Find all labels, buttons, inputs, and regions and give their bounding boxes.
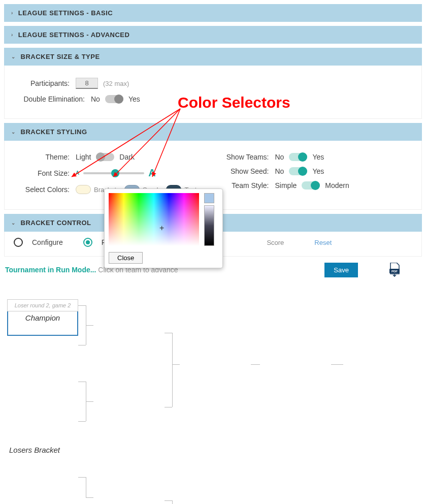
picker-close-button[interactable]: Close <box>109 252 143 264</box>
save-button[interactable]: Save <box>324 263 358 277</box>
svg-text:PDF: PDF <box>391 270 398 273</box>
participants-hint: (32 max) <box>103 80 129 87</box>
theme-dark: Dark <box>119 153 135 161</box>
font-size-slider[interactable] <box>83 172 144 174</box>
accordion-basic[interactable]: › LEAGUE SETTINGS - BASIC <box>4 4 422 22</box>
accordion-title: BRACKET SIZE & TYPE <box>21 53 100 60</box>
accordion-title: BRACKET STYLING <box>21 128 87 136</box>
toggle-yes: Yes <box>128 95 140 103</box>
show-teams-label: Show Teams: <box>213 153 269 161</box>
accordion-styling[interactable]: ⌄ BRACKET STYLING <box>4 123 422 141</box>
show-seed-toggle[interactable] <box>289 167 307 175</box>
reset-link[interactable]: Reset <box>314 239 332 246</box>
accordion-title: BRACKET CONTROL <box>21 219 91 227</box>
accordion-title: LEAGUE SETTINGS - BASIC <box>18 9 113 17</box>
score-label: Score <box>267 239 284 246</box>
team-style-toggle[interactable] <box>302 181 320 190</box>
color-picker: + Close <box>104 188 223 268</box>
losers-bracket-title: Losers Bracket <box>9 446 60 454</box>
double-elim-label: Double Elimination: <box>14 95 85 103</box>
colors-label: Select Colors: <box>14 185 70 194</box>
loser-placeholder[interactable]: Loser round 2, game 2 <box>7 299 78 311</box>
bracket-color-swatch[interactable] <box>76 185 91 194</box>
toggle-yes: Yes <box>312 153 324 161</box>
participants-label: Participants: <box>14 79 70 87</box>
toggle-no: No <box>275 153 284 161</box>
pdf-icon[interactable]: PDF <box>388 263 401 277</box>
font-size-label: Font Size: <box>14 169 70 177</box>
style-modern: Modern <box>325 181 349 190</box>
chevron-down-icon: ⌄ <box>11 220 16 226</box>
double-elim-toggle[interactable] <box>105 95 123 103</box>
participants-input[interactable] <box>76 78 98 89</box>
style-simple: Simple <box>275 181 297 190</box>
color-preview <box>204 193 214 203</box>
accordion-advanced[interactable]: › LEAGUE SETTINGS - ADVANCED <box>4 26 422 44</box>
theme-light: Light <box>76 153 91 161</box>
configure-radio[interactable] <box>14 238 23 247</box>
show-teams-toggle[interactable] <box>289 153 307 161</box>
chevron-down-icon: ⌄ <box>11 129 16 135</box>
configure-label: Configure <box>32 238 63 246</box>
font-small-icon: A <box>76 170 79 176</box>
chevron-right-icon: › <box>11 10 13 16</box>
color-spectrum[interactable]: + <box>109 193 199 246</box>
toggle-yes: Yes <box>312 167 324 175</box>
lightness-slider[interactable] <box>204 205 214 246</box>
toggle-no: No <box>91 95 100 103</box>
theme-label: Theme: <box>14 153 70 161</box>
run-radio[interactable] <box>83 238 92 247</box>
chevron-down-icon: ⌄ <box>11 54 16 59</box>
bracket: 1Freddie's Team 8The L-Men 5AbDoginators… <box>7 299 426 504</box>
font-large-icon: A <box>148 167 155 179</box>
crosshair-icon: + <box>159 224 164 233</box>
chevron-right-icon: › <box>11 32 13 38</box>
theme-toggle[interactable] <box>96 153 114 161</box>
accordion-size[interactable]: ⌄ BRACKET SIZE & TYPE <box>4 48 422 66</box>
toggle-no: No <box>275 167 284 175</box>
show-seed-label: Show Seed: <box>213 167 269 175</box>
accordion-title: LEAGUE SETTINGS - ADVANCED <box>18 31 130 39</box>
